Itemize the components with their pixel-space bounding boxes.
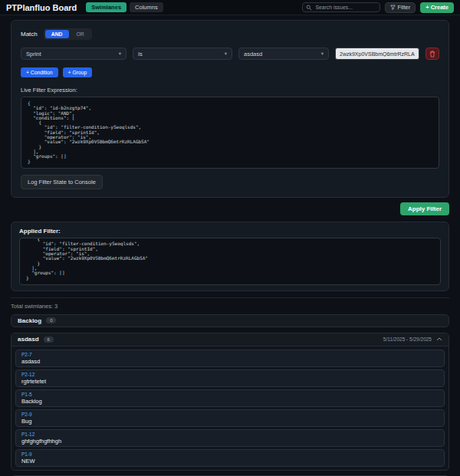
tab-swimlanes[interactable]: Swimlanes [86, 2, 127, 12]
issue-card[interactable]: P2-7 asdasd [15, 350, 445, 367]
live-filter-expression: { "id": "id-b2nzgtp74", "logic": "AND", … [28, 101, 432, 164]
swimlane-header-backlog[interactable]: Backlog 0 [11, 314, 449, 327]
issue-title: rgtrtetetet [21, 378, 439, 385]
operator-select-value: Is [138, 51, 143, 57]
chevron-up-icon[interactable] [436, 337, 442, 341]
issue-key[interactable]: P2-9 [21, 412, 439, 418]
trash-icon [429, 51, 435, 57]
applied-expression-block[interactable]: { "id": "id-b2nzgtp74", "logic": "AND", … [19, 238, 441, 285]
swimlane-name: Backlog [18, 317, 41, 324]
swimlane-asdasd: asdasd 6 5/11/2025 - 5/29/2025 P2-7 asda… [11, 333, 449, 471]
count-badge: 6 [44, 336, 54, 343]
add-condition-button[interactable]: + Condition [21, 67, 58, 77]
issue-card[interactable]: P1-9 NEW [15, 449, 445, 467]
issue-card[interactable]: P2-9 Bug [15, 409, 445, 427]
issue-key[interactable]: P1-12 [21, 432, 439, 438]
issue-key[interactable]: P1-9 [21, 451, 439, 458]
tab-columns[interactable]: Columns [130, 2, 163, 12]
add-buttons-row: + Condition + Group [21, 67, 439, 77]
search-icon [306, 5, 312, 11]
swimlane-body: P2-7 asdasd P2-12 rgtrtetetet P1-5 Backl… [12, 346, 449, 470]
swimlane-header-asdasd[interactable]: asdasd 6 5/11/2025 - 5/29/2025 [12, 333, 449, 346]
create-button[interactable]: + Create [420, 2, 454, 13]
logic-segmented-control: AND OR [44, 28, 92, 40]
applied-filter-label: Applied Filter: [19, 228, 441, 235]
count-badge: 0 [46, 317, 56, 323]
filter-funnel-icon [390, 5, 396, 10]
issue-title: ghfghgfhgfhhgh [21, 438, 439, 445]
main-content: Match AND OR Sprint ▾ Is ▾ asdasd ▾ [0, 15, 460, 476]
app-title: PTPlanfluo Board [6, 3, 77, 12]
total-swimlanes-label: Total swimlanes: 3 [11, 297, 449, 310]
issue-card[interactable]: P1-12 ghfghgfhgfhhgh [15, 429, 445, 447]
issue-title: Bug [21, 418, 439, 425]
operator-select[interactable]: Is ▾ [133, 48, 232, 60]
chevron-down-icon: ▾ [225, 51, 227, 57]
issue-key[interactable]: P2-7 [21, 352, 439, 358]
top-bar: PTPlanfluo Board Swimlanes Columns Filte… [0, 0, 460, 15]
issue-title: asdasd [21, 358, 439, 365]
filter-condition-row: Sprint ▾ Is ▾ asdasd ▾ [21, 48, 439, 60]
swimlane-date-range: 5/11/2025 - 5/29/2025 [383, 336, 432, 342]
filter-builder-panel: Match AND OR Sprint ▾ Is ▾ asdasd ▾ [11, 20, 449, 198]
issue-card[interactable]: P1-5 Backlog [15, 389, 445, 407]
field-select-value: Sprint [26, 51, 41, 57]
live-expression-block: { "id": "id-b2nzgtp74", "logic": "AND", … [21, 97, 439, 169]
match-label: Match [21, 31, 38, 38]
issue-title: Backlog [21, 398, 439, 405]
logic-and-button[interactable]: AND [45, 30, 69, 38]
filter-button[interactable]: Filter [385, 2, 416, 13]
field-select[interactable]: Sprint ▾ [21, 48, 127, 60]
live-expression-label: Live Filter Expression: [21, 87, 439, 94]
chevron-down-icon: ▾ [119, 51, 121, 57]
apply-filter-button[interactable]: Apply Filter [400, 202, 449, 215]
issue-key[interactable]: P2-12 [21, 372, 439, 378]
view-tabs: Swimlanes Columns [86, 2, 163, 12]
apply-row: Apply Filter [11, 202, 449, 215]
condition-value-input[interactable] [335, 48, 419, 60]
search-box[interactable] [302, 2, 380, 12]
swimlane-name: asdasd [18, 336, 39, 343]
applied-filter-panel: Applied Filter: { "id": "id-b2nzgtp74", … [11, 222, 449, 291]
search-input[interactable] [314, 4, 376, 11]
delete-condition-button[interactable] [426, 48, 439, 60]
value-select[interactable]: asdasd ▾ [238, 48, 329, 60]
issue-card[interactable]: P2-12 rgtrtetetet [15, 369, 445, 387]
logic-or-button[interactable]: OR [71, 30, 90, 38]
log-filter-state-button[interactable]: Log Filter State to Console [21, 175, 103, 189]
filter-button-label: Filter [398, 4, 411, 11]
add-group-button[interactable]: + Group [63, 67, 93, 77]
issue-key[interactable]: P1-5 [21, 392, 439, 398]
value-select-value: asdasd [244, 51, 262, 57]
applied-filter-expression: { "id": "id-b2nzgtp74", "logic": "AND", … [20, 238, 440, 284]
chevron-down-icon: ▾ [321, 51, 324, 57]
match-row: Match AND OR [21, 28, 439, 40]
issue-title: NEW [21, 458, 439, 465]
